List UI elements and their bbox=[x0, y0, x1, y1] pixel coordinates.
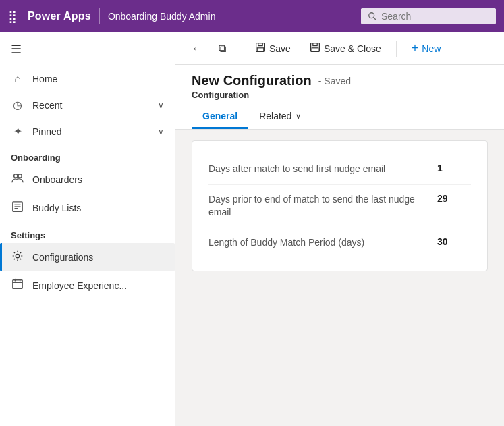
sidebar: ☰ ⌂ Home ◷ Recent ∨ ✦ Pinned ∨ Onboardin… bbox=[0, 32, 175, 426]
sidebar-item-onboarders-label: Onboarders bbox=[32, 174, 164, 185]
sidebar-item-buddy-lists-label: Buddy Lists bbox=[32, 203, 164, 213]
new-label: New bbox=[422, 43, 441, 54]
save-close-button[interactable]: Save & Close bbox=[303, 38, 388, 59]
field-label-match-period: Length of Buddy Match Period (days) bbox=[208, 236, 426, 250]
onboarding-section-header: Onboarding bbox=[0, 144, 175, 165]
toolbar-divider-2 bbox=[396, 41, 397, 57]
hamburger-button[interactable]: ☰ bbox=[0, 32, 175, 66]
save-label: Save bbox=[269, 43, 291, 54]
field-label-nudge-first: Days after match to send first nudge ema… bbox=[208, 163, 426, 176]
svg-line-1 bbox=[374, 18, 376, 20]
sidebar-item-employee-experience-label: Employee Experienc... bbox=[32, 280, 164, 291]
field-row-nudge-first: Days after match to send first nudge ema… bbox=[208, 155, 471, 185]
new-icon: + bbox=[412, 41, 419, 55]
content-area: ← ⧉ Save bbox=[175, 32, 504, 426]
save-button[interactable]: Save bbox=[248, 38, 298, 59]
sidebar-item-pinned[interactable]: ✦ Pinned ∨ bbox=[0, 118, 175, 144]
sidebar-item-pinned-label: Pinned bbox=[32, 126, 150, 137]
sidebar-item-recent-label: Recent bbox=[32, 100, 150, 111]
record-type: Configuration bbox=[192, 90, 488, 100]
svg-rect-9 bbox=[13, 280, 22, 289]
save-close-label: Save & Close bbox=[324, 43, 381, 54]
waffle-icon[interactable]: ⣿ bbox=[8, 9, 17, 24]
search-input[interactable] bbox=[381, 11, 482, 22]
svg-rect-15 bbox=[257, 47, 264, 51]
sidebar-item-buddy-lists[interactable]: Buddy Lists bbox=[0, 194, 175, 222]
field-value-match-period: 30 bbox=[437, 236, 471, 247]
field-value-nudge-first: 1 bbox=[437, 163, 471, 174]
top-bar: ⣿ Power Apps Onboarding Buddy Admin bbox=[0, 0, 504, 32]
svg-rect-17 bbox=[313, 43, 317, 45]
configurations-icon bbox=[11, 250, 24, 265]
svg-point-0 bbox=[369, 13, 374, 18]
sidebar-item-home[interactable]: ⌂ Home bbox=[0, 66, 175, 92]
svg-point-2 bbox=[14, 174, 18, 178]
app-name: Power Apps bbox=[28, 10, 91, 22]
save-close-icon bbox=[310, 42, 320, 55]
record-title: New Configuration bbox=[192, 73, 312, 88]
search-box[interactable] bbox=[361, 8, 496, 24]
svg-rect-14 bbox=[258, 43, 262, 45]
main-layout: ☰ ⌂ Home ◷ Recent ∨ ✦ Pinned ∨ Onboardin… bbox=[0, 32, 504, 426]
back-button[interactable]: ← bbox=[186, 38, 208, 59]
record-tabs: General Related ∨ bbox=[192, 105, 488, 129]
employee-experience-icon bbox=[11, 278, 24, 293]
tab-related[interactable]: Related ∨ bbox=[248, 105, 312, 129]
sidebar-item-recent[interactable]: ◷ Recent ∨ bbox=[0, 92, 175, 118]
record-header: New Configuration - Saved Configuration … bbox=[175, 65, 504, 130]
new-button[interactable]: + New bbox=[405, 37, 448, 59]
recent-icon: ◷ bbox=[11, 99, 24, 111]
record-title-row: New Configuration - Saved bbox=[192, 73, 488, 88]
tab-related-label: Related bbox=[259, 111, 291, 122]
recent-chevron-icon: ∨ bbox=[158, 101, 164, 110]
save-icon bbox=[255, 42, 266, 55]
onboarders-icon bbox=[11, 172, 24, 187]
pinned-icon: ✦ bbox=[11, 125, 24, 138]
svg-point-3 bbox=[18, 174, 22, 178]
field-row-nudge-last: Days prior to end of match to send the l… bbox=[208, 185, 471, 228]
field-row-match-period: Length of Buddy Match Period (days) 30 bbox=[208, 228, 471, 258]
form-content: Days after match to send first nudge ema… bbox=[175, 130, 504, 426]
record-saved-status: - Saved bbox=[318, 76, 351, 86]
top-bar-divider bbox=[99, 8, 100, 24]
form-card: Days after match to send first nudge ema… bbox=[192, 140, 488, 271]
pinned-chevron-icon: ∨ bbox=[158, 127, 164, 136]
svg-point-8 bbox=[16, 254, 19, 257]
field-value-nudge-last: 29 bbox=[437, 193, 471, 204]
expand-button[interactable]: ⧉ bbox=[213, 38, 231, 59]
home-icon: ⌂ bbox=[11, 73, 24, 85]
sidebar-item-configurations-label: Configurations bbox=[32, 252, 164, 263]
field-label-nudge-last: Days prior to end of match to send the l… bbox=[208, 193, 426, 219]
app-title: Onboarding Buddy Admin bbox=[108, 11, 216, 22]
search-icon bbox=[368, 11, 377, 21]
sidebar-item-home-label: Home bbox=[32, 74, 164, 84]
sidebar-item-configurations[interactable]: Configurations bbox=[0, 243, 175, 271]
sidebar-item-employee-experience[interactable]: Employee Experienc... bbox=[0, 271, 175, 300]
toolbar-divider-1 bbox=[240, 41, 240, 57]
buddy-lists-icon bbox=[11, 201, 24, 215]
sidebar-item-onboarders[interactable]: Onboarders bbox=[0, 165, 175, 194]
tab-general[interactable]: General bbox=[192, 105, 248, 129]
tab-general-label: General bbox=[202, 111, 237, 122]
settings-section-header: Settings bbox=[0, 222, 175, 243]
related-chevron-icon: ∨ bbox=[296, 112, 301, 121]
svg-rect-18 bbox=[312, 47, 318, 51]
toolbar: ← ⧉ Save bbox=[175, 32, 504, 65]
